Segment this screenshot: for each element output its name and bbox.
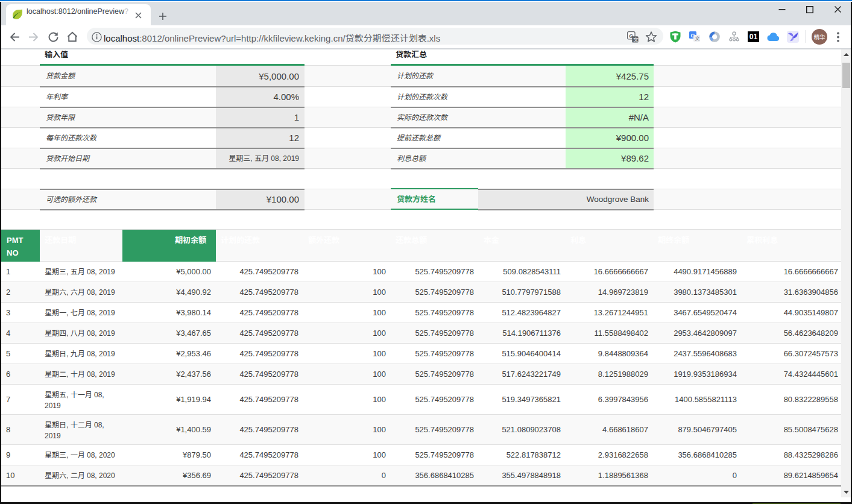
svg-text:文: 文 <box>633 36 639 43</box>
svg-text:文: 文 <box>695 35 699 42</box>
